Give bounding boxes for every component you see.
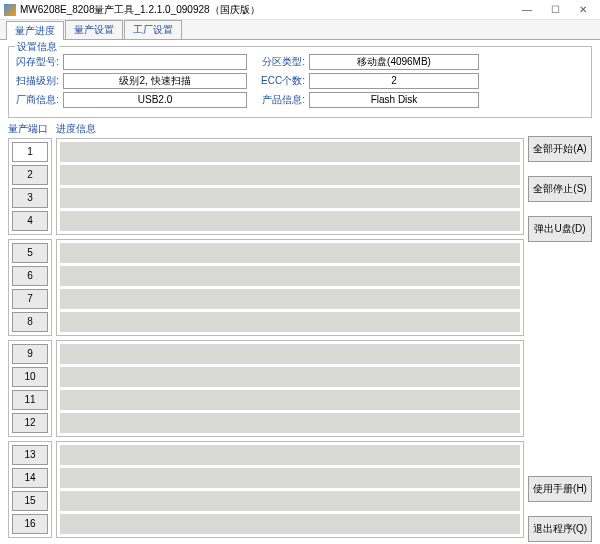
progress-row (60, 165, 520, 185)
progress-row (60, 413, 520, 433)
progress-group-1 (56, 138, 524, 235)
port-group-4: 13 14 15 16 (8, 441, 52, 538)
progress-row (60, 289, 520, 309)
settings-group: 设置信息 闪存型号: 分区类型: 移动盘(4096MB) 扫描级别: 级别2, … (8, 46, 592, 118)
port-button-5[interactable]: 5 (12, 243, 48, 263)
manual-button[interactable]: 使用手册(H) (528, 476, 592, 502)
flash-label: 闪存型号: (15, 55, 59, 69)
tab-settings[interactable]: 量产设置 (65, 20, 123, 39)
ecc-value: 2 (309, 73, 479, 89)
progress-row (60, 243, 520, 263)
exit-button[interactable]: 退出程序(Q) (528, 516, 592, 542)
main-area: 量产端口 1 2 3 4 5 6 7 8 9 10 11 12 13 14 (8, 122, 592, 542)
progress-row (60, 367, 520, 387)
port-button-10[interactable]: 10 (12, 367, 48, 387)
progress-row (60, 390, 520, 410)
close-button[interactable]: ✕ (576, 4, 590, 15)
port-button-2[interactable]: 2 (12, 165, 48, 185)
product-label: 产品信息: (261, 93, 305, 107)
port-button-12[interactable]: 12 (12, 413, 48, 433)
port-button-3[interactable]: 3 (12, 188, 48, 208)
port-button-9[interactable]: 9 (12, 344, 48, 364)
progress-row (60, 514, 520, 534)
port-group-1: 1 2 3 4 (8, 138, 52, 235)
product-value: Flash Disk (309, 92, 479, 108)
port-button-6[interactable]: 6 (12, 266, 48, 286)
port-column-head: 量产端口 (8, 122, 52, 138)
vendor-label: 厂商信息: (15, 93, 59, 107)
vendor-value: USB2.0 (63, 92, 247, 108)
progress-column-head: 进度信息 (56, 122, 524, 138)
port-button-16[interactable]: 16 (12, 514, 48, 534)
app-icon (4, 4, 16, 16)
flash-value (63, 54, 247, 70)
progress-group-4 (56, 441, 524, 538)
port-group-2: 5 6 7 8 (8, 239, 52, 336)
minimize-button[interactable]: — (520, 4, 534, 15)
port-group-3: 9 10 11 12 (8, 340, 52, 437)
stop-all-button[interactable]: 全部停止(S) (528, 176, 592, 202)
scan-value: 级别2, 快速扫描 (63, 73, 247, 89)
progress-row (60, 468, 520, 488)
progress-row (60, 445, 520, 465)
window-controls: — ☐ ✕ (520, 4, 596, 15)
port-button-4[interactable]: 4 (12, 211, 48, 231)
progress-column: 进度信息 (56, 122, 524, 542)
progress-row (60, 211, 520, 231)
settings-legend: 设置信息 (15, 40, 59, 54)
port-button-1[interactable]: 1 (12, 142, 48, 162)
maximize-button[interactable]: ☐ (548, 4, 562, 15)
progress-row (60, 266, 520, 286)
port-column: 量产端口 1 2 3 4 5 6 7 8 9 10 11 12 13 14 (8, 122, 52, 542)
titlebar: MW6208E_8208量产工具_1.2.1.0_090928（国庆版） — ☐… (0, 0, 600, 20)
window-title: MW6208E_8208量产工具_1.2.1.0_090928（国庆版） (20, 3, 520, 17)
tab-bar: 量产进度 量产设置 工厂设置 (0, 20, 600, 40)
partition-label: 分区类型: (261, 55, 305, 69)
progress-row (60, 491, 520, 511)
port-button-13[interactable]: 13 (12, 445, 48, 465)
progress-row (60, 344, 520, 364)
progress-row (60, 312, 520, 332)
eject-button[interactable]: 弹出U盘(D) (528, 216, 592, 242)
port-button-8[interactable]: 8 (12, 312, 48, 332)
progress-row (60, 142, 520, 162)
port-button-11[interactable]: 11 (12, 390, 48, 410)
port-button-15[interactable]: 15 (12, 491, 48, 511)
partition-value: 移动盘(4096MB) (309, 54, 479, 70)
action-column: 全部开始(A) 全部停止(S) 弹出U盘(D) 使用手册(H) 退出程序(Q) (528, 122, 592, 542)
ecc-label: ECC个数: (261, 74, 305, 88)
tab-factory[interactable]: 工厂设置 (124, 20, 182, 39)
scan-label: 扫描级别: (15, 74, 59, 88)
progress-group-3 (56, 340, 524, 437)
start-all-button[interactable]: 全部开始(A) (528, 136, 592, 162)
port-button-14[interactable]: 14 (12, 468, 48, 488)
content-area: 设置信息 闪存型号: 分区类型: 移动盘(4096MB) 扫描级别: 级别2, … (0, 40, 600, 544)
progress-group-2 (56, 239, 524, 336)
progress-row (60, 188, 520, 208)
tab-progress[interactable]: 量产进度 (6, 21, 64, 40)
port-button-7[interactable]: 7 (12, 289, 48, 309)
